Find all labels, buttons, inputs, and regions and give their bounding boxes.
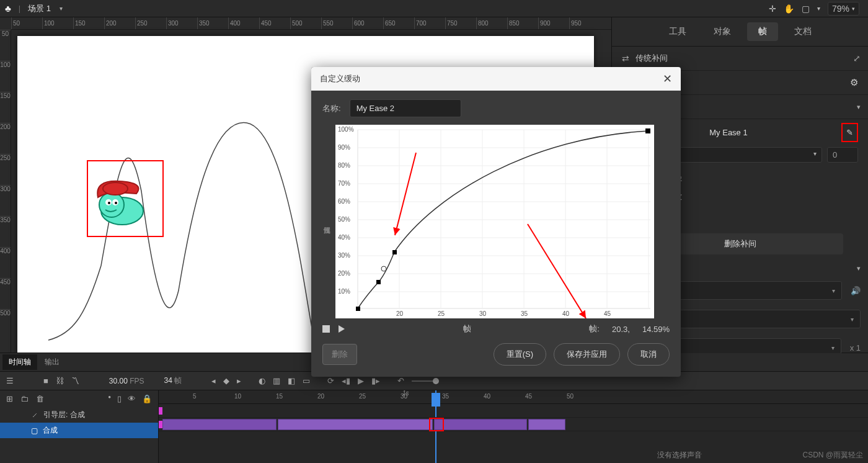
- edit-multi-icon[interactable]: ◧: [288, 376, 295, 385]
- trash-icon[interactable]: 🗑: [36, 394, 44, 403]
- graph-controls: 帧 帧: 20.3, 14.59%: [322, 323, 670, 335]
- effect-select[interactable]: 无▾: [653, 281, 842, 300]
- svg-rect-30: [645, 128, 650, 133]
- layers-icon[interactable]: ☰: [6, 376, 14, 385]
- no-sound-label: 没有选择声音: [657, 450, 702, 461]
- lock-icon[interactable]: 🔒: [142, 394, 152, 403]
- timeline-tracks[interactable]: 1s 5 10 15 20 25 30 35 40 45 50: [159, 390, 868, 463]
- zoom-input[interactable]: 79% ▾: [828, 2, 859, 16]
- folder-icon[interactable]: 🗀: [20, 394, 29, 403]
- repeat-count: x 1: [850, 343, 861, 353]
- play-icon[interactable]: [339, 325, 345, 333]
- svg-rect-26: [356, 307, 360, 311]
- custom-ease-dialog: 自定义缓动 ✕ 名称: 属性: [311, 67, 681, 377]
- character-sprite: [88, 161, 162, 236]
- dot-icon[interactable]: ●: [108, 394, 111, 403]
- frame-label: 帧: [353, 323, 580, 335]
- frame-percent: 14.59%: [642, 325, 670, 334]
- chevron-down-icon: ▾: [857, 103, 861, 111]
- panel-tabs: 工具 对象 帧 文档: [612, 17, 868, 47]
- svg-point-3: [108, 202, 110, 204]
- tween-span[interactable]: [278, 419, 433, 430]
- pipe-icon: |: [19, 4, 20, 13]
- track-comp[interactable]: [159, 418, 868, 431]
- outline-icon[interactable]: ▯: [117, 394, 122, 403]
- layer-guide[interactable]: ⟋ 引导层: 合成: [0, 407, 158, 423]
- selection-box[interactable]: [87, 160, 164, 237]
- ease-name-input[interactable]: [350, 99, 461, 117]
- ruler-vertical: 50100150200250300350400450500: [0, 30, 11, 353]
- prev-key-icon[interactable]: ◂: [211, 376, 216, 385]
- play-icon[interactable]: ▶: [358, 376, 364, 385]
- svg-point-1: [99, 192, 124, 217]
- graph-icon[interactable]: 〽: [71, 376, 79, 385]
- step-back-icon[interactable]: ◂▮: [342, 376, 350, 385]
- chevron-down-icon: ▾: [852, 6, 855, 12]
- onion-outline-icon[interactable]: ▥: [273, 376, 280, 385]
- eye-icon[interactable]: 👁: [128, 394, 136, 403]
- center-icon[interactable]: ✛: [769, 4, 776, 14]
- dialog-header: 自定义缓动 ✕: [311, 67, 681, 91]
- edit-ease-button[interactable]: ✎: [841, 123, 858, 142]
- add-layer-icon[interactable]: ⊞: [6, 394, 13, 403]
- expand-icon[interactable]: ⤢: [853, 53, 861, 63]
- rect-icon[interactable]: ▢: [802, 4, 810, 14]
- sync-select[interactable]: 事件▾: [653, 310, 861, 328]
- stop-icon[interactable]: [322, 325, 330, 333]
- tab-frame[interactable]: 帧: [747, 22, 778, 41]
- insert-key-icon[interactable]: ◆: [223, 376, 229, 385]
- timeline-layers: ⊞ 🗀 🗑 ● ▯ 👁 🔒 ⟋ 引导层: 合成 ▢ 合成: [0, 390, 159, 463]
- chevron-down-icon: ▾: [851, 316, 854, 323]
- frame-pos: 20.3,: [612, 325, 630, 334]
- speaker-icon[interactable]: 🔊: [851, 286, 861, 295]
- chevron-down-icon[interactable]: ▾: [857, 264, 861, 272]
- chevron-down-icon[interactable]: ▾: [817, 5, 820, 12]
- camera-icon[interactable]: ■: [43, 376, 48, 385]
- save-apply-button[interactable]: 保存并应用: [554, 343, 620, 366]
- cancel-button[interactable]: 取消: [627, 343, 670, 366]
- tween-span[interactable]: [162, 419, 277, 430]
- app-topbar: ♣ | 场景 1 ▾ ✛ ✋ ▢ ▾ 79% ▾: [0, 0, 868, 17]
- marker-icon[interactable]: ▭: [303, 376, 310, 385]
- close-icon[interactable]: ✕: [663, 72, 672, 86]
- layer-icon: ▢: [31, 426, 38, 435]
- keyframe[interactable]: [159, 407, 162, 415]
- tween-span[interactable]: [528, 419, 565, 430]
- gear-icon[interactable]: ⚙: [850, 77, 858, 88]
- tween-span[interactable]: [434, 419, 527, 430]
- app-icon: ♣: [5, 3, 11, 14]
- rotation-count[interactable]: 0: [827, 147, 858, 163]
- watermark: CSDN @雨翼轻尘: [802, 450, 863, 461]
- dialog-title: 自定义缓动: [320, 73, 360, 84]
- tab-output[interactable]: 输出: [38, 354, 66, 370]
- svg-point-6: [103, 182, 128, 195]
- zoom-slider[interactable]: [412, 380, 436, 382]
- tab-object[interactable]: 对象: [702, 22, 742, 41]
- next-key-icon[interactable]: ▸: [237, 376, 241, 385]
- tab-timeline[interactable]: 时间轴: [2, 354, 37, 370]
- undo-icon[interactable]: ↶: [397, 376, 404, 385]
- delete-button[interactable]: 删除: [322, 344, 357, 365]
- ease-graph[interactable]: 100% 90% 80% 70% 60% 50% 40% 30% 20% 10%…: [335, 125, 654, 318]
- tween-label: 传统补间: [636, 53, 668, 64]
- track-guide[interactable]: [159, 404, 868, 418]
- loop-icon[interactable]: ⟳: [327, 376, 334, 385]
- tab-tools[interactable]: 工具: [658, 22, 698, 41]
- guide-icon: ⟋: [31, 411, 38, 420]
- step-fwd-icon[interactable]: ▮▸: [371, 376, 380, 385]
- timeline-ruler[interactable]: 1s 5 10 15 20 25 30 35 40 45 50: [159, 390, 868, 404]
- svg-rect-28: [392, 250, 397, 254]
- svg-point-5: [115, 202, 117, 204]
- chevron-down-icon: ▾: [60, 5, 63, 12]
- hand-icon[interactable]: ✋: [784, 4, 794, 14]
- tab-document[interactable]: 文档: [783, 22, 823, 41]
- link-icon[interactable]: ⛓: [56, 376, 64, 385]
- tween-icon: ⇄: [622, 53, 629, 63]
- svg-rect-27: [376, 280, 381, 284]
- scene-selector[interactable]: 场景 1 ▾: [28, 3, 63, 14]
- ruler-horizontal: 5010015020025030035040045050055060065070…: [11, 17, 611, 30]
- chevron-down-icon: ▾: [813, 150, 817, 160]
- reset-button[interactable]: 重置(S): [494, 343, 546, 366]
- onion-icon[interactable]: ◐: [259, 376, 265, 385]
- layer-comp[interactable]: ▢ 合成: [0, 423, 158, 438]
